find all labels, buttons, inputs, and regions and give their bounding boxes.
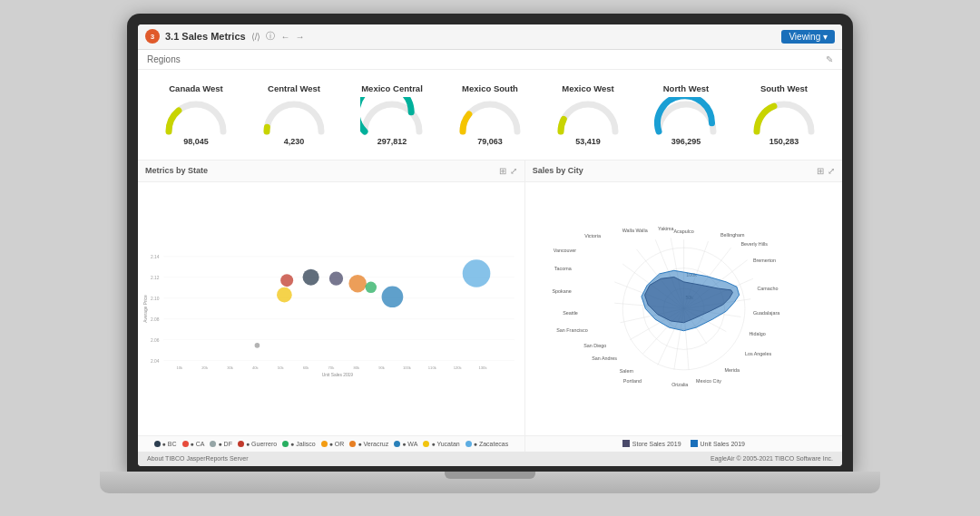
- svg-marker-86: [642, 270, 740, 330]
- gauge-svg-mexico-west: [556, 97, 620, 135]
- svg-point-35: [255, 343, 260, 348]
- fullscreen-right-icon[interactable]: ⤢: [828, 166, 835, 176]
- expand-icon[interactable]: ⊞: [499, 166, 506, 176]
- gauge-value-mexico-west: 53,419: [575, 137, 601, 146]
- table-icon[interactable]: ⊞: [817, 166, 824, 176]
- legend-or: ● OR: [321, 441, 345, 447]
- scatter-legend: ● BC ● CA ● DF ● Guerrero: [138, 435, 524, 452]
- gauge-value-mexico-south: 79,063: [477, 137, 503, 146]
- scatter-chart-svg: 2.14 2.12 2.10 2.08 2.06 2.04 Average Pr…: [142, 186, 521, 432]
- svg-text:San Andres: San Andres: [592, 355, 617, 361]
- back-icon[interactable]: ←: [280, 32, 289, 42]
- viewing-button[interactable]: Viewing ▾: [781, 30, 835, 44]
- svg-text:60k: 60k: [303, 365, 310, 370]
- svg-text:Los Angeles: Los Angeles: [745, 350, 772, 355]
- scatter-chart-area: 2.14 2.12 2.10 2.08 2.06 2.04 Average Pr…: [138, 182, 524, 435]
- gauge-title-south-west: South West: [760, 83, 808, 93]
- svg-text:San Francisco: San Francisco: [556, 326, 587, 332]
- svg-text:2.12: 2.12: [151, 275, 160, 279]
- gauge-svg-north-west: [654, 97, 718, 135]
- svg-text:2.06: 2.06: [151, 337, 160, 342]
- radar-legend-unit-sales: Unit Sales 2019: [691, 440, 745, 447]
- svg-text:Walla Walla: Walla Walla: [622, 228, 648, 233]
- gauge-central-west: Central West 4,230: [249, 83, 339, 146]
- gauge-value-canada-west: 98,045: [183, 137, 209, 146]
- gauge-svg-canada-west: [164, 97, 228, 135]
- fullscreen-icon[interactable]: ⤢: [510, 166, 517, 176]
- svg-text:Acapulco: Acapulco: [673, 228, 693, 233]
- svg-text:40k: 40k: [252, 365, 260, 370]
- gauge-mexico-west: Mexico West 53,419: [543, 83, 633, 146]
- legend-zacatecas: ● Zacatecas: [466, 441, 508, 447]
- svg-text:Camacho: Camacho: [757, 285, 778, 290]
- gauge-title-mexico-south: Mexico South: [462, 83, 518, 93]
- svg-text:50k: 50k: [278, 365, 285, 370]
- laptop-shell: 3 3.1 Sales Metrics ⟨/⟩ ⓘ ← → Viewing ▾ …: [100, 14, 880, 503]
- svg-text:2.10: 2.10: [151, 296, 160, 300]
- svg-point-31: [366, 281, 377, 293]
- svg-text:Portland: Portland: [623, 378, 642, 384]
- svg-text:70k: 70k: [328, 365, 336, 370]
- radar-chart-svg: Acapulco Bellingham Beverly Hills Bremer…: [529, 186, 838, 432]
- gauge-value-mexico-central: 297,812: [377, 137, 407, 146]
- svg-text:Mexico City: Mexico City: [696, 378, 721, 384]
- svg-text:Salem: Salem: [619, 367, 633, 373]
- svg-text:Hidalgo: Hidalgo: [749, 331, 765, 336]
- gauge-mexico-central: Mexico Central 297,812: [347, 83, 437, 146]
- app-icon: 3: [145, 29, 160, 44]
- app-title: 3.1 Sales Metrics: [165, 31, 246, 42]
- svg-text:110k: 110k: [428, 365, 437, 370]
- gauge-mexico-south: Mexico South 79,063: [445, 83, 535, 146]
- info-icon[interactable]: ⓘ: [266, 30, 275, 43]
- regions-label: Regions: [147, 54, 181, 64]
- gauge-title-mexico-west: Mexico West: [562, 83, 613, 93]
- svg-point-29: [329, 271, 343, 285]
- gauge-title-central-west: Central West: [268, 83, 320, 93]
- radar-legend: Store Sales 2019 Unit Sales 2019: [525, 435, 842, 452]
- svg-text:100k: 100k: [403, 365, 412, 370]
- svg-text:Vancouver: Vancouver: [554, 247, 577, 252]
- svg-text:120k: 120k: [454, 365, 463, 370]
- svg-text:Bellingham: Bellingham: [720, 231, 745, 237]
- radar-legend-store-sales: Store Sales 2019: [622, 440, 681, 447]
- svg-text:30k: 30k: [227, 365, 234, 370]
- metrics-by-state-title: Metrics by State: [145, 166, 208, 175]
- legend-jalisco: ● Jalisco: [282, 441, 316, 447]
- svg-text:10k: 10k: [176, 365, 183, 370]
- gauge-svg-mexico-central: [360, 97, 424, 135]
- svg-text:80k: 80k: [353, 365, 360, 370]
- gauge-svg-south-west: [752, 97, 816, 135]
- footer-right: EagleAir © 2005-2021 TIBCO Software Inc.: [710, 455, 833, 462]
- svg-text:Yakima: Yakima: [658, 226, 674, 231]
- code-icon[interactable]: ⟨/⟩: [251, 32, 261, 42]
- regions-edit-icon[interactable]: ✎: [826, 54, 833, 64]
- svg-point-32: [382, 286, 404, 307]
- svg-text:Spokane: Spokane: [552, 287, 571, 293]
- laptop-base: [100, 472, 880, 493]
- sales-by-city-title: Sales by City: [533, 166, 583, 175]
- left-panel-header: Metrics by State ⊞ ⤢: [138, 161, 524, 182]
- svg-text:Seattle: Seattle: [563, 309, 578, 315]
- svg-text:90k: 90k: [378, 365, 386, 370]
- svg-text:Guadalajara: Guadalajara: [753, 309, 779, 315]
- footer-left: About TIBCO JasperReports Server: [147, 455, 249, 462]
- svg-text:2.04: 2.04: [151, 358, 160, 363]
- legend-guerrero: ● Guerrero: [238, 441, 277, 447]
- legend-df: ● DF: [210, 441, 232, 447]
- forward-icon[interactable]: →: [295, 32, 304, 42]
- svg-text:Merida: Merida: [724, 366, 739, 372]
- laptop-notch: [445, 472, 535, 479]
- svg-point-33: [277, 287, 292, 302]
- svg-text:130k: 130k: [479, 365, 488, 370]
- svg-text:2.14: 2.14: [151, 254, 160, 258]
- svg-text:San Diego: San Diego: [583, 342, 606, 347]
- legend-bc: ● BC: [154, 441, 177, 447]
- svg-text:20k: 20k: [201, 365, 209, 370]
- gauge-north-west: North West 396,295: [641, 83, 731, 146]
- svg-text:Bremerton: Bremerton: [753, 258, 776, 263]
- gauge-svg-mexico-south: [458, 97, 522, 135]
- top-bar: 3 3.1 Sales Metrics ⟨/⟩ ⓘ ← → Viewing ▾: [138, 24, 842, 50]
- screen: 3 3.1 Sales Metrics ⟨/⟩ ⓘ ← → Viewing ▾ …: [138, 24, 842, 466]
- main-content: Metrics by State ⊞ ⤢ 2.14 2.12 2.10 2.08…: [138, 161, 842, 452]
- svg-text:Tacoma: Tacoma: [554, 266, 572, 271]
